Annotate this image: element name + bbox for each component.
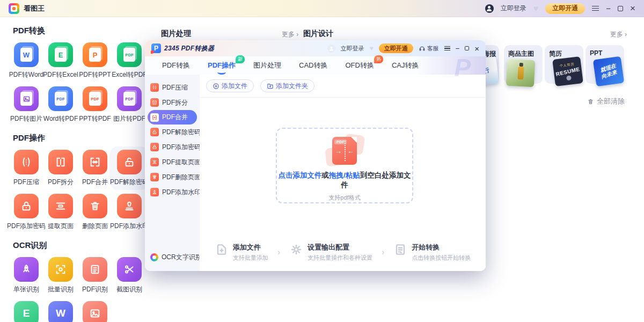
modal-close-button[interactable]: × (474, 44, 479, 53)
design-card-product[interactable]: 商品主图 (504, 45, 543, 84)
close-button[interactable]: × (630, 4, 635, 13)
dropzone-hint: 支持pdf格式 (277, 194, 412, 202)
maximize-button[interactable] (618, 6, 623, 11)
modal-item-pdf-compress[interactable]: PDF压缩 (145, 80, 200, 95)
dropzone-cta: 点击添加文件或拖拽/粘贴到空白处添加文件 (277, 171, 412, 190)
tab-cad-convert[interactable]: CAD转换 (299, 61, 327, 70)
hot-badge: 热 (374, 55, 383, 63)
tool-pdf-to-word[interactable]: WPDF转Word (10, 42, 43, 79)
menu-icon[interactable] (592, 6, 599, 11)
unlock-icon (150, 128, 159, 136)
design-card-resume[interactable]: 简历 个人简历 RESUME (545, 45, 583, 84)
more-image-processing[interactable]: 更多 › (282, 30, 298, 39)
tool-batch-ocr[interactable]: 批量识别 (44, 257, 77, 294)
file-dropzone[interactable]: PDF → ← 点击添加文件或拖拽/粘贴到空白处添加文件 支持pdf格式 (276, 128, 413, 203)
pdf-split-icon (48, 150, 73, 174)
watermark-logo: P (454, 53, 471, 82)
app-window: 看图王 立即登录 ♥ 立即开通 − × PDF转换 WPDF转Word EPDF… (0, 0, 644, 322)
tool-image-to-excel[interactable]: E图片转Excel (10, 301, 43, 322)
resume-card-image: 个人简历 RESUME (552, 56, 583, 86)
main-sidebar: PDF转换 WPDF转Word EPDF转Excel PPDF转PPT PDFE… (0, 17, 151, 322)
tab-image-processing[interactable]: 图片处理 (253, 61, 281, 70)
excel-to-pdf-icon: PDF (117, 42, 142, 67)
trash-icon (587, 98, 594, 105)
pdf-to-ppt-icon: P (83, 42, 107, 67)
modal-maximize-button[interactable] (465, 46, 469, 50)
pdf-merge-icon (83, 150, 107, 174)
tool-image-to-pdf-ocr[interactable]: 图片转PDF (78, 301, 112, 322)
modal-avatar-icon[interactable] (327, 45, 335, 53)
image-to-pdf-icon: PDF (117, 86, 142, 111)
login-link[interactable]: 立即登录 (501, 4, 526, 13)
pdf-converter-modal: P 2345 PDF转换器 立即登录 ♥ 立即开通 客服 − × PDF转换 P… (145, 40, 486, 271)
modal-item-pdf-split[interactable]: PDF拆分 (145, 95, 200, 110)
tool-image-to-pdf[interactable]: PDF图片转PDF (113, 86, 146, 123)
modal-item-ocr[interactable]: OCR文字识别 (145, 250, 200, 265)
pdf-ops-grid: PDF压缩 PDF拆分 PDF合并 PDF解除密码 PDF添加密码 提取页面 删… (10, 150, 151, 231)
upgrade-button[interactable]: 立即开通 (545, 3, 585, 14)
batch-ocr-icon (48, 257, 73, 282)
tab-caj-convert[interactable]: CAJ转换 (392, 61, 419, 70)
heart-icon[interactable]: ♥ (533, 4, 539, 13)
pdf-watermark-icon (117, 194, 142, 218)
more-image-design[interactable]: 更多 › (610, 30, 627, 39)
tool-pdf-split[interactable]: PDF拆分 (44, 150, 77, 187)
user-avatar-icon[interactable] (485, 4, 494, 13)
tool-screenshot-ocr[interactable]: 截图识别 (113, 257, 146, 294)
ppt-card-image: 就现在 向未来 (593, 56, 624, 87)
modal-menu-icon[interactable] (444, 46, 450, 50)
section-image-processing: 图片处理 (161, 29, 191, 39)
tool-pdf-watermark[interactable]: PDF添加水印 (113, 194, 146, 231)
tab-pdf-ops[interactable]: PDF操作新 (208, 61, 236, 70)
step-configure-output: 设置输出配置支持批量操作和各种设置 (289, 243, 372, 262)
modal-heart-icon[interactable]: ♥ (370, 45, 374, 52)
add-file-button[interactable]: 添加文件 (206, 79, 254, 92)
tool-pdf-add-password[interactable]: PDF添加密码 (10, 194, 43, 231)
minimize-button[interactable]: − (606, 4, 611, 12)
modal-support-button[interactable]: 客服 (419, 45, 439, 53)
tool-pdf-compress[interactable]: PDF压缩 (10, 150, 43, 187)
pdf-merge-illustration: PDF → ← (332, 137, 357, 165)
single-ocr-icon (14, 257, 39, 282)
image-to-word-icon: W (48, 301, 73, 322)
tool-word-to-pdf[interactable]: PDFWord转PDF (44, 86, 77, 123)
tab-ofd-convert[interactable]: OFD转换热 (345, 61, 374, 70)
arrow-left-icon: ← (347, 147, 354, 155)
tool-pdf-ocr[interactable]: PDF识别 (78, 257, 112, 294)
add-folder-button[interactable]: 添加文件夹 (260, 79, 314, 92)
tool-delete-pages[interactable]: 删除页面 (78, 194, 112, 231)
image-to-pdf-ocr-icon (83, 301, 107, 322)
clear-all-button[interactable]: 全部清除 (587, 97, 625, 106)
tool-pdf-to-image[interactable]: PDF转图片 (10, 86, 43, 123)
modal-item-pdf-merge[interactable]: PDF合并 (148, 110, 197, 125)
modal-item-pdf-extract-pages[interactable]: PDF提取页面 (145, 155, 200, 170)
modal-login-link[interactable]: 立即登录 (341, 45, 364, 53)
tool-single-ocr[interactable]: 单张识别 (10, 257, 43, 294)
section-title-ocr: OCR识别 (13, 240, 151, 251)
tool-image-to-word[interactable]: W图片转Word (44, 301, 77, 322)
modal-item-pdf-add-password[interactable]: PDF添加密码 (145, 140, 200, 155)
tool-extract-pages[interactable]: 提取页面 (44, 194, 77, 231)
tool-pdf-merge[interactable]: PDF合并 (78, 150, 112, 187)
tool-excel-to-pdf[interactable]: PDFExcel转PDF (113, 42, 146, 79)
gear-icon (289, 243, 303, 257)
tool-pdf-to-ppt[interactable]: PPDF转PPT (78, 42, 112, 79)
modal-minimize-button[interactable]: − (456, 45, 460, 53)
pdf-compress-icon (14, 150, 39, 174)
tool-ppt-to-pdf[interactable]: PDFPPT转PDF (78, 86, 112, 123)
modal-item-pdf-delete-pages[interactable]: PDF删除页面 (145, 170, 200, 185)
lock-icon (150, 143, 159, 151)
pdf-unlock-icon (117, 150, 142, 174)
design-card-ppt[interactable]: PPT 就现在 向未来 (586, 45, 624, 84)
folder-plus-icon (267, 83, 274, 90)
tool-pdf-to-excel[interactable]: EPDF转Excel (44, 42, 77, 79)
screenshot-ocr-icon (117, 257, 142, 282)
tool-pdf-unlock[interactable]: PDF解除密码 (113, 150, 146, 187)
modal-item-pdf-unlock[interactable]: PDF解除密码 (145, 125, 200, 140)
tab-pdf-convert[interactable]: PDF转换 (162, 61, 190, 70)
modal-item-pdf-watermark[interactable]: PDF添加水印 (145, 185, 200, 200)
modal-upgrade-button[interactable]: 立即开通 (379, 43, 413, 53)
pdf-lock-icon (14, 194, 39, 218)
chevron-icon: › (382, 247, 384, 257)
section-title-pdf-ops: PDF操作 (13, 133, 151, 143)
